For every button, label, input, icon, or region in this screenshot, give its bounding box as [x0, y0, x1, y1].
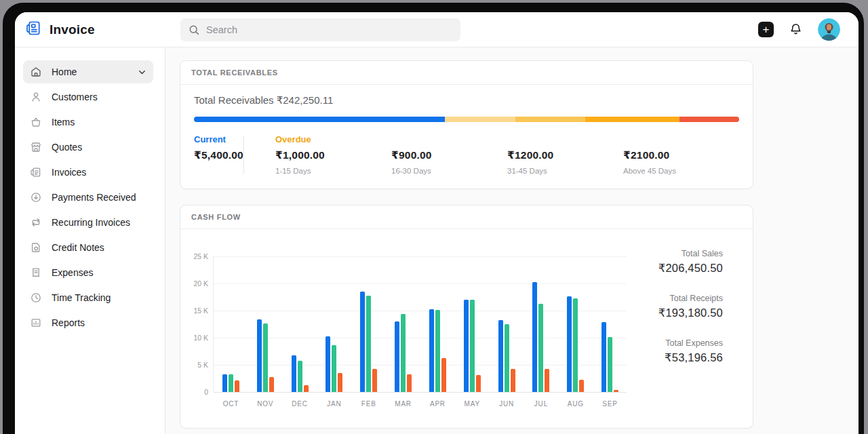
receipts-bar	[229, 374, 233, 392]
total-label: Total Sales	[658, 249, 723, 258]
bar-group-aug	[558, 296, 593, 392]
cash-flow-card: CASH FLOW 05 K10 K15 K20 K25 KOCTNOVDECJ…	[180, 205, 753, 429]
x-axis-label: JUL	[524, 400, 559, 408]
sidebar-item-customers[interactable]: Customers	[23, 85, 153, 108]
recurring-invoices-icon	[30, 216, 42, 229]
sidebar-item-label: Payments Received	[52, 192, 136, 203]
expenses-bar	[338, 373, 342, 392]
sales-bar	[395, 321, 399, 392]
overdue-label-spacer	[391, 134, 507, 144]
total-total-expenses: Total Expenses₹53,196.56	[658, 338, 723, 364]
overdue-amount: ₹900.00	[391, 149, 507, 161]
x-axis-label: NOV	[248, 400, 283, 408]
bar-group-mar	[386, 314, 420, 392]
overdue-column-31-45-days: ₹1200.0031-45 Days	[507, 134, 623, 175]
receipts-bar	[298, 361, 302, 392]
total-total-receipts: Total Receipts₹193,180.50	[658, 294, 723, 319]
chevron-down-icon[interactable]	[138, 68, 146, 77]
sidebar-item-label: Reports	[52, 317, 85, 328]
credit-notes-icon	[30, 241, 42, 254]
top-bar: Invoice +	[15, 12, 859, 47]
x-axis-label: OCT	[214, 400, 248, 408]
overdue-period: 31-45 Days	[507, 167, 623, 175]
total-label: Total Expenses	[658, 338, 723, 348]
overdue-period: Above 45 Days	[623, 167, 739, 175]
quick-create-button[interactable]: +	[758, 22, 774, 37]
sidebar-item-label: Expenses	[52, 267, 93, 278]
sidebar-item-credit-notes[interactable]: Credit Notes	[23, 236, 153, 259]
gridline	[214, 256, 627, 257]
sidebar-item-items[interactable]: Items	[23, 111, 153, 134]
receipts-bar	[470, 300, 475, 392]
items-icon	[30, 116, 42, 128]
search-icon	[189, 24, 200, 36]
sidebar-item-label: Invoices	[52, 167, 86, 178]
receivables-card-title: TOTAL RECEIVABLES	[180, 61, 753, 85]
total-amount: ₹193,180.50	[658, 307, 723, 319]
receipts-bar	[401, 314, 406, 392]
sales-bar	[567, 296, 572, 392]
overdue-columns: Overdue₹1,000.001-15 Days ₹900.0016-30 D…	[275, 134, 739, 175]
overdue-amount: ₹1200.00	[507, 149, 623, 161]
expenses-bar	[304, 385, 309, 392]
receipts-bar	[332, 345, 336, 392]
reports-icon	[30, 317, 42, 329]
search-input[interactable]	[206, 24, 452, 35]
receipts-bar	[538, 304, 543, 392]
expenses-bar	[614, 390, 618, 392]
bar-group-jun	[490, 320, 524, 392]
sidebar-item-quotes[interactable]: Quotes	[23, 136, 153, 159]
receivables-stats: Current ₹5,400.00 Overdue₹1,000.001-15 D…	[194, 134, 739, 175]
total-amount: ₹206,450.50	[658, 262, 723, 275]
sidebar-item-label: Quotes	[52, 142, 82, 153]
overdue-column-16-30-days: ₹900.0016-30 Days	[391, 134, 507, 175]
sales-bar	[257, 319, 262, 392]
cash-flow-chart: 05 K10 K15 K20 K25 KOCTNOVDECJANFEBMARAP…	[213, 256, 627, 392]
sidebar-item-reports[interactable]: Reports	[23, 311, 153, 334]
overdue-column-1-15-days: Overdue₹1,000.001-15 Days	[275, 134, 391, 175]
sales-bar	[222, 374, 227, 392]
overdue-label: Overdue	[275, 134, 391, 144]
x-axis-label: JUN	[490, 400, 524, 408]
aging-segment-overdue-above-45	[679, 117, 739, 122]
sales-bar	[601, 322, 606, 392]
aging-segment-overdue-16-30	[515, 117, 585, 122]
overdue-amount: ₹2100.00	[623, 149, 739, 161]
sales-bar	[429, 309, 434, 392]
overdue-period: 1-15 Days	[275, 167, 391, 175]
current-label: Current	[194, 134, 243, 144]
sidebar-item-home[interactable]: Home	[23, 60, 153, 83]
y-axis-tick: 20 K	[181, 279, 208, 288]
sidebar-item-payments-received[interactable]: Payments Received	[23, 186, 153, 209]
sidebar-item-label: Customers	[52, 92, 98, 102]
total-receivables-card: TOTAL RECEIVABLES Total Receivables ₹242…	[180, 60, 753, 189]
sidebar-item-recurring-invoices[interactable]: Recurring Invoices	[23, 211, 153, 234]
sidebar-item-invoices[interactable]: Invoices	[23, 161, 153, 184]
invoice-logo-icon	[24, 19, 43, 40]
receipts-bar	[505, 324, 509, 392]
x-axis-label: SEP	[593, 400, 627, 408]
expenses-bar	[511, 369, 515, 392]
search-bar[interactable]	[180, 18, 460, 41]
aging-segment-overdue-1-15	[445, 117, 516, 122]
quotes-icon	[30, 141, 42, 153]
bar-group-may	[455, 300, 490, 392]
y-axis-tick: 0	[181, 388, 208, 396]
user-avatar[interactable]	[818, 18, 840, 41]
sidebar-item-expenses[interactable]: Expenses	[23, 261, 153, 284]
customers-icon	[30, 91, 42, 103]
y-axis-tick: 15 K	[181, 307, 208, 315]
x-axis-label: MAR	[386, 400, 420, 408]
sales-bar	[464, 300, 469, 392]
sidebar-item-time-tracking[interactable]: Time Tracking	[23, 286, 153, 309]
notifications-bell-icon[interactable]	[789, 22, 803, 37]
overdue-label-spacer	[507, 134, 623, 144]
overdue-column-above-45-days: ₹2100.00Above 45 Days	[623, 134, 739, 175]
receipts-bar	[435, 310, 440, 392]
total-total-sales: Total Sales₹206,450.50	[658, 249, 723, 275]
aging-segment-overdue-31-45	[585, 117, 679, 122]
expenses-bar	[441, 358, 446, 392]
x-axis-label: MAY	[455, 400, 490, 408]
sales-bar	[498, 320, 503, 392]
sidebar-item-label: Home	[52, 66, 77, 77]
